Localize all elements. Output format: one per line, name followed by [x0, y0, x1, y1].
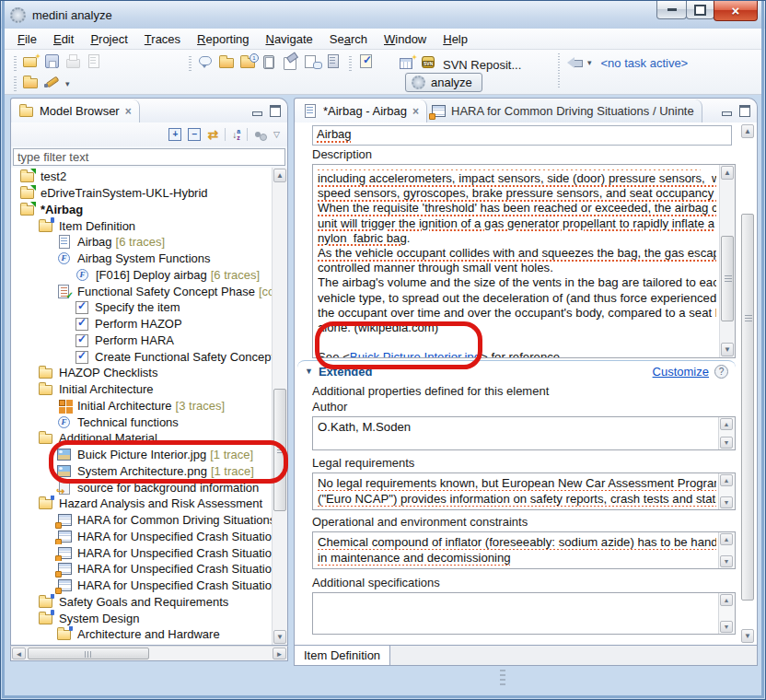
tree-item-system-architecture-png[interactable]: System Architecture.png[1 trace]: [11, 463, 272, 480]
restore-button[interactable]: [686, 1, 714, 19]
tree-item-hazard-analysis-and-risk-assessment[interactable]: Hazard Analysis and Risk Assessment: [11, 496, 272, 512]
brush-icon[interactable]: [43, 74, 63, 90]
minimize-button[interactable]: [656, 1, 687, 19]
chevron-down-icon[interactable]: ▾: [587, 58, 592, 67]
print-icon[interactable]: [64, 53, 84, 70]
menu-help[interactable]: Help: [435, 30, 476, 48]
close-icon[interactable]: ×: [412, 105, 419, 118]
field-additional-specifications-input[interactable]: ▲▼: [312, 592, 736, 635]
buick-picture-link[interactable]: Buick Picture Interior.jpg: [350, 350, 481, 357]
menu-file[interactable]: File: [9, 30, 45, 48]
svn-repository-label[interactable]: SVN Reposit...: [443, 58, 521, 72]
tree-item-hara-for-unspecified-crash-situation[interactable]: HARA for Unspecified Crash Situation: [11, 529, 272, 545]
tree-item-additional-material[interactable]: Additional Material: [11, 430, 272, 447]
folder-new-icon[interactable]: 1: [239, 53, 259, 70]
field-scroll-arrows[interactable]: ▲▼: [718, 593, 735, 634]
perspective-analyze-button[interactable]: analyze: [405, 73, 482, 92]
chevron-down-icon[interactable]: ▾: [65, 79, 70, 88]
collapse-all-icon[interactable]: −: [188, 128, 201, 141]
tree-item-system-design[interactable]: System Design: [11, 610, 272, 626]
tree-item-perform-hara[interactable]: Perform HARA: [11, 332, 272, 349]
customize-link[interactable]: Customize: [653, 365, 709, 379]
menu-project[interactable]: Project: [82, 30, 135, 48]
title-bar[interactable]: medini analyze ×: [1, 1, 765, 29]
new-wizard-icon[interactable]: [22, 53, 41, 70]
tree-item-safety-goals-and-requirements[interactable]: Safety Goals and Requirements: [11, 594, 272, 611]
tree-item-perform-hazop[interactable]: Perform HAZOP: [11, 316, 272, 332]
tree-item-item-definition[interactable]: Item Definition: [11, 217, 272, 234]
scroll-up-icon[interactable]: ▲: [741, 124, 754, 138]
scroll-up-icon[interactable]: ▲: [720, 474, 733, 486]
tree-item-initial-architecture[interactable]: Initial Architecture: [11, 381, 272, 398]
report-icon[interactable]: [86, 53, 105, 70]
tree-item-airbag[interactable]: Airbag[6 traces]: [11, 234, 272, 251]
field-scroll-arrows[interactable]: ▲▼: [718, 417, 735, 449]
description-textarea[interactable]: including accelerometers, impact sensors…: [312, 164, 736, 358]
help-icon[interactable]: ?: [714, 365, 728, 379]
menu-reporting[interactable]: Reporting: [189, 30, 257, 48]
tree-item-hara-for-unspecified-crash-situation[interactable]: HARA for Unspecified Crash Situation: [11, 561, 272, 578]
tree-item-specify-the-item[interactable]: Specify the item: [11, 299, 272, 316]
scroll-down-icon[interactable]: ▼: [720, 437, 733, 449]
tab-item-definition[interactable]: Item Definition: [295, 646, 390, 665]
tree-item-f016-deploy-airbag[interactable]: [F016] Deploy airbag[6 traces]: [11, 267, 272, 284]
save-icon[interactable]: [43, 53, 63, 70]
scroll-down-icon[interactable]: ▼: [720, 496, 733, 508]
minimize-view-icon[interactable]: [720, 104, 733, 115]
open-icon[interactable]: [22, 74, 41, 90]
field-scroll-arrows[interactable]: ▲▼: [718, 532, 735, 568]
extended-section-header[interactable]: ▼ Extended Customize ?: [297, 360, 736, 381]
tab-airbag-editor[interactable]: *Airbag - Airbag ×: [296, 99, 427, 122]
tree-item-source-for-background-information[interactable]: ↪source for background information: [11, 479, 272, 496]
tree-item-hazop-checklists[interactable]: HAZOP Checklists: [11, 365, 272, 381]
tree-item-buick-picture-interior-jpg[interactable]: Buick Picture Interior.jpg[1 trace]: [11, 447, 272, 463]
scroll-down-icon[interactable]: ▼: [273, 630, 286, 644]
scroll-right-icon[interactable]: ►: [273, 648, 286, 659]
scroll-down-icon[interactable]: ▼: [741, 629, 754, 643]
scroll-left-icon[interactable]: ◄: [12, 648, 26, 659]
collapse-arrow-icon[interactable]: ▼: [305, 367, 313, 376]
tree-horizontal-scrollbar[interactable]: ◄ ►: [10, 646, 288, 661]
scroll-up-icon[interactable]: ▲: [721, 166, 734, 180]
tree-vertical-scrollbar[interactable]: ▲ ▼: [272, 168, 287, 645]
tree-item-architecture-and-hardware[interactable]: Architecture and Hardware: [11, 626, 272, 643]
scroll-up-icon[interactable]: ▲: [720, 533, 733, 545]
erase-icon[interactable]: [282, 53, 301, 70]
expand-all-icon[interactable]: +: [168, 128, 181, 141]
tree-item-edrivetrainsystem-ukl-hybrid[interactable]: eDriveTrainSystem-UKL-Hybrid: [11, 185, 272, 202]
menu-navigate[interactable]: Navigate: [257, 30, 320, 48]
open-folder-icon[interactable]: [218, 53, 238, 70]
scroll-up-icon[interactable]: ▲: [720, 594, 733, 606]
paste-icon[interactable]: [261, 53, 280, 70]
back-arrow-icon[interactable]: [566, 54, 585, 71]
description-scrollbar[interactable]: ▲ ▼: [719, 165, 735, 357]
scrollbar-thumb[interactable]: [28, 648, 149, 659]
comment-icon[interactable]: [197, 53, 216, 70]
sash-drag-handle[interactable]: [500, 670, 505, 688]
new-table-icon[interactable]: [399, 54, 418, 71]
tab-hara-editor[interactable]: HARA for Common Driving Situations / Uni…: [424, 99, 702, 122]
tree-item-functional-safety-concept-phase[interactable]: Functional Safety Concept Phase[com: [11, 283, 272, 299]
scroll-down-icon[interactable]: ▼: [720, 555, 733, 567]
tree-item-create-functional-safety-concept[interactable]: Create Functional Safety Concept: [11, 348, 272, 365]
field-legal-requirements-input[interactable]: No legal requirements known, but Europea…: [312, 472, 736, 510]
menu-search[interactable]: Search: [321, 30, 376, 48]
menu-edit[interactable]: Edit: [45, 30, 82, 48]
menu-traces[interactable]: Traces: [136, 30, 189, 48]
field-operational-and-environment-constraints-input[interactable]: Chemical compound of inflator (foreseeab…: [312, 531, 736, 569]
doc-icon[interactable]: [324, 53, 343, 70]
tree-item-initial-architecture[interactable]: Initial Architecture[3 traces]: [11, 398, 272, 414]
filter-input[interactable]: [13, 148, 285, 166]
scroll-down-icon[interactable]: ▼: [720, 621, 733, 633]
scroll-up-icon[interactable]: ▲: [273, 169, 286, 182]
menu-window[interactable]: Window: [376, 30, 435, 48]
scrollbar-thumb[interactable]: [721, 236, 734, 321]
notes-icon[interactable]: [303, 53, 322, 70]
field-author-input[interactable]: O.Kath, M.Soden▲▼: [312, 416, 736, 450]
field-scroll-arrows[interactable]: ▲▼: [718, 473, 735, 509]
link-with-editor-icon[interactable]: ⇄: [207, 128, 218, 141]
tab-model-browser[interactable]: Model Browser ×: [12, 99, 140, 122]
tree-item-airbag-system-functions[interactable]: Airbag System Functions: [11, 251, 272, 267]
sort-icon[interactable]: ↓ az: [232, 128, 240, 141]
form-vertical-scrollbar[interactable]: ▲ ▼: [740, 123, 756, 644]
